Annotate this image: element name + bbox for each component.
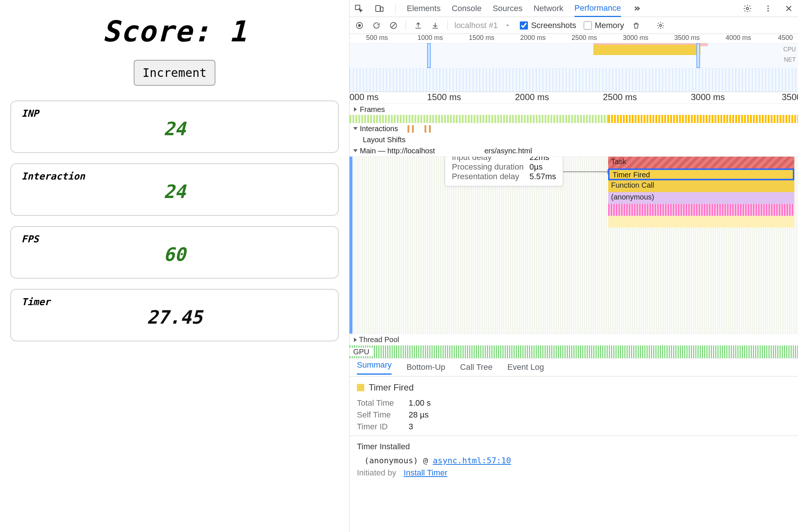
lane-main-suffix: ers/async.html	[484, 147, 532, 155]
settings-icon[interactable]	[743, 4, 752, 13]
tab-summary[interactable]: Summary	[357, 360, 392, 375]
initiated-by-link[interactable]: Install Timer	[404, 468, 448, 477]
overview-tick: 3500 ms	[674, 34, 700, 42]
initiated-by-label: Initiated by	[357, 468, 396, 477]
lane-threadpool-label: Thread Pool	[359, 335, 399, 344]
tab-eventlog[interactable]: Event Log	[507, 362, 544, 372]
flame-timer-fired[interactable]: Timer Fired	[608, 168, 794, 180]
lane-gpu[interactable]: GPU	[349, 345, 798, 358]
details-tabs: Summary Bottom-Up Call Tree Event Log	[349, 358, 798, 376]
summary-title: Timer Fired	[369, 382, 414, 393]
lane-gpu-label: GPU	[349, 348, 373, 356]
screenshots-checkbox[interactable]	[520, 21, 528, 30]
more-tabs-icon[interactable]	[632, 4, 642, 13]
flame-layout-row[interactable]	[608, 204, 794, 216]
overview-tick: 2500 ms	[572, 34, 597, 42]
card-fps: FPS 60	[10, 226, 339, 279]
overview-tick: 1500 ms	[469, 34, 494, 42]
flame-paint-row[interactable]	[608, 216, 794, 228]
expand-icon[interactable]	[354, 338, 357, 342]
record-icon[interactable]	[355, 21, 364, 30]
tab-calltree[interactable]: Call Tree	[460, 362, 492, 372]
installed-call-text: (anonymous) @	[364, 456, 433, 465]
recording-select[interactable]: localhost #1	[454, 21, 498, 30]
overview-tick: 4500	[778, 34, 793, 42]
card-fps-label: FPS	[21, 233, 328, 245]
overview-timeline[interactable]: 500 ms1000 ms1500 ms2000 ms2500 ms3000 m…	[349, 34, 798, 92]
score-heading: Score: 1	[10, 15, 339, 48]
device-icon[interactable]	[375, 4, 384, 13]
kebab-icon[interactable]	[763, 4, 773, 13]
tab-elements[interactable]: Elements	[407, 1, 441, 16]
swatch-icon	[357, 384, 364, 391]
reload-icon[interactable]	[372, 21, 381, 30]
collapse-icon[interactable]	[353, 127, 358, 130]
performance-toolbar: localhost #1 Screenshots Memory	[349, 17, 798, 34]
card-fps-value: 60	[21, 244, 328, 265]
summary-row: Timer ID3	[357, 421, 791, 433]
main-thread-flame[interactable]: 27.57 ms Pointer Input delay22msProcessi…	[349, 156, 798, 334]
main-ruler-tick: 3000 ms	[691, 92, 725, 102]
devtools-panel: Elements Console Sources Network Perform…	[349, 0, 798, 532]
lane-main-label: Main — http://localhost	[360, 147, 435, 155]
increment-button[interactable]: Increment	[134, 60, 215, 86]
overview-tick: 4000 ms	[726, 34, 751, 42]
card-inp: INP 24	[10, 100, 339, 153]
svg-rect-2	[381, 7, 383, 11]
tab-performance[interactable]: Performance	[574, 0, 621, 17]
download-icon[interactable]	[430, 21, 440, 30]
card-interaction: Interaction 24	[10, 163, 339, 216]
screenshots-checkbox-label[interactable]: Screenshots	[520, 21, 576, 30]
overview-label-net: NET	[783, 55, 796, 65]
overview-handle-left[interactable]	[427, 43, 431, 68]
card-interaction-value: 24	[21, 181, 328, 202]
overview-handle-right[interactable]	[696, 43, 700, 68]
expand-icon[interactable]	[354, 107, 357, 112]
svg-point-10	[659, 24, 662, 27]
flame-function-call[interactable]: Function Call	[608, 180, 794, 192]
main-ruler-tick: 1500 ms	[427, 92, 461, 102]
main-ruler-tick: 2500 ms	[603, 92, 637, 102]
lane-frames-label: Frames	[360, 105, 385, 114]
svg-point-6	[767, 10, 769, 11]
tab-bottomup[interactable]: Bottom-Up	[406, 362, 445, 372]
main-ruler[interactable]: 000 ms1500 ms2000 ms2500 ms3000 ms3500	[349, 92, 798, 104]
gc-icon[interactable]	[631, 21, 641, 30]
svg-rect-1	[376, 6, 380, 11]
overview-tick: 3000 ms	[623, 34, 648, 42]
memory-checkbox-label[interactable]: Memory	[584, 21, 624, 30]
tooltip-row: Processing duration0µs	[452, 162, 556, 172]
lane-frames[interactable]	[349, 115, 798, 123]
overview-tick: 2000 ms	[520, 34, 546, 42]
installed-call-link[interactable]: async.html:57:10	[433, 456, 511, 465]
card-timer-value: 27.45	[21, 307, 328, 328]
main-ruler-tick: 3500	[782, 92, 798, 102]
summary-row: Total Time1.00 s	[357, 397, 791, 409]
memory-checkbox[interactable]	[584, 21, 592, 30]
lane-interactions-label: Interactions	[360, 125, 398, 133]
collapse-icon[interactable]	[353, 149, 358, 152]
capture-settings-icon[interactable]	[656, 21, 665, 30]
tab-console[interactable]: Console	[452, 1, 482, 16]
tooltip-row: Input delay22ms	[452, 156, 556, 162]
tab-network[interactable]: Network	[533, 1, 563, 16]
tab-sources[interactable]: Sources	[492, 1, 522, 16]
upload-icon[interactable]	[413, 21, 423, 30]
svg-point-3	[746, 7, 748, 10]
filmstrip[interactable]	[349, 68, 798, 92]
interaction-tooltip: 27.57 ms Pointer Input delay22msProcessi…	[445, 156, 563, 186]
summary-pane: Timer Fired Total Time1.00 sSelf Time28 …	[349, 376, 798, 436]
close-icon[interactable]	[784, 4, 794, 13]
clear-icon[interactable]	[389, 21, 398, 30]
flame-anonymous[interactable]: (anonymous)	[608, 192, 794, 204]
lane-interactions[interactable]	[407, 123, 798, 134]
lane-layoutshifts-label: Layout Shifts	[363, 136, 406, 144]
svg-point-4	[767, 5, 769, 7]
overview-label-cpu: CPU	[783, 44, 796, 55]
flame-task[interactable]: Task	[608, 157, 794, 168]
demo-page: Score: 1 Increment INP 24 Interaction 24…	[0, 0, 349, 532]
inspect-icon[interactable]	[354, 4, 364, 13]
svg-point-8	[358, 24, 361, 27]
tooltip-row: Presentation delay5.57ms	[452, 172, 556, 181]
chevron-down-icon[interactable]	[503, 21, 512, 30]
